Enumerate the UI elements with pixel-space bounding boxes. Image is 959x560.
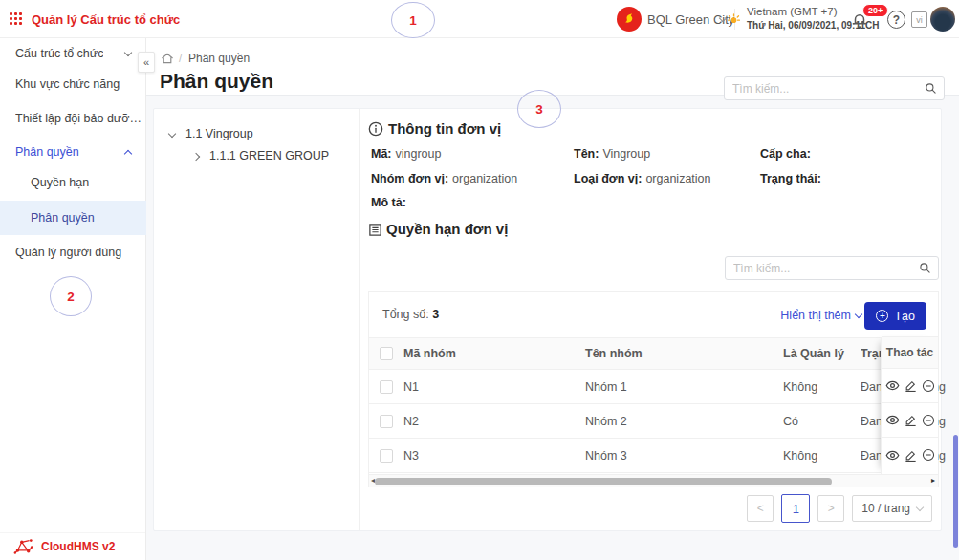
chevron-down-icon[interactable] xyxy=(124,49,132,56)
scrollbar-thumb[interactable] xyxy=(375,478,832,485)
sidebar-footer: CloudHMS v2 xyxy=(0,532,145,560)
table-row[interactable]: N1 Nhóm 1 Không Đang hoạt động xyxy=(369,370,938,404)
view-icon[interactable] xyxy=(885,413,900,427)
show-more-link[interactable]: Hiển thị thêm xyxy=(780,309,861,322)
table-row[interactable]: N3 Nhóm 3 Không Đang hoạt động xyxy=(369,439,938,473)
annotation-circle-2: 2 xyxy=(50,276,92,316)
unit-info-title: Thông tin đơn vị xyxy=(388,120,501,137)
field-nhom-don-vi: Nhóm đơn vị:organization xyxy=(371,169,517,186)
cell-code: N2 xyxy=(403,415,585,428)
field-mo-ta: Mô tả: xyxy=(371,193,410,210)
field-ma: Mã:vingroup xyxy=(371,144,441,162)
product-version-label: CloudHMS v2 xyxy=(41,540,115,553)
sidebar-item-quan-ly-nguoi-dung[interactable]: Quản lý người dùng xyxy=(15,246,121,259)
sidebar-item-khu-vuc-chuc-nang[interactable]: Khu vực chức năng xyxy=(15,77,120,91)
page-title: Phân quyền xyxy=(160,70,273,93)
tree-node-green-group[interactable]: 1.1.1 GREEN GROUP xyxy=(209,149,329,162)
permissions-search-input[interactable] xyxy=(726,262,919,275)
sidebar-item-phan-quyen-selected[interactable]: Phân quyền xyxy=(0,201,146,235)
column-ten-nhom: Tên nhóm xyxy=(585,347,783,360)
permissions-title: Quyền hạn đơn vị xyxy=(386,221,508,237)
info-circle-icon xyxy=(368,121,383,137)
row-actions xyxy=(882,403,938,438)
cell-name: Nhóm 1 xyxy=(585,380,783,394)
breadcrumb-current[interactable]: Phân quyền xyxy=(188,52,250,65)
remove-icon[interactable] xyxy=(922,448,935,462)
panel-divider xyxy=(359,109,360,530)
cell-is-manager: Không xyxy=(783,449,861,463)
permissions-search-box xyxy=(725,256,939,280)
fixed-action-column: Thao tác xyxy=(881,337,938,474)
cell-name: Nhóm 2 xyxy=(585,415,783,428)
sidebar-item-cau-truc-to-chuc[interactable]: Cấu trúc tổ chức xyxy=(15,47,103,60)
tree-node-vingroup[interactable]: 1.1 Vingroup xyxy=(185,127,253,140)
search-icon[interactable] xyxy=(919,262,931,274)
breadcrumb-separator: / xyxy=(179,53,182,64)
pagination: < 1 > 10 / trang xyxy=(368,494,932,523)
plus-circle-icon: + xyxy=(876,310,888,322)
app-grid-icon[interactable] xyxy=(10,12,23,26)
search-icon[interactable] xyxy=(925,82,937,95)
row-checkbox[interactable] xyxy=(380,415,393,428)
view-icon[interactable] xyxy=(885,378,900,393)
page-search-input[interactable] xyxy=(725,82,925,96)
row-checkbox[interactable] xyxy=(380,449,393,463)
row-checkbox[interactable] xyxy=(380,380,393,394)
field-ten: Tên:Vingroup xyxy=(574,144,650,162)
annotation-circle-1: 1 xyxy=(391,2,435,38)
app-title: Quản lý Cấu trúc tổ chức xyxy=(32,12,180,27)
cell-is-manager: Có xyxy=(783,415,861,428)
sidebar-item-thiet-lap-doi-bao-duong[interactable]: Thiết lập đội bảo dưỡng khu ... xyxy=(15,112,142,125)
vertical-scrollbar-thumb[interactable] xyxy=(953,435,958,548)
cell-code: N1 xyxy=(403,380,585,394)
user-avatar[interactable] xyxy=(930,7,955,32)
swan-logo-icon xyxy=(621,11,637,27)
application-window: Quản lý Cấu trúc tổ chức BQL Green City … xyxy=(0,0,959,560)
sidebar-item-phan-quyen-parent[interactable]: Phân quyền xyxy=(15,145,79,159)
home-icon[interactable] xyxy=(161,52,174,65)
sidebar-item-quyen-han[interactable]: Quyền hạn xyxy=(31,176,89,189)
cell-code: N3 xyxy=(403,449,585,463)
top-header-bar: Quản lý Cấu trúc tổ chức BQL Green City … xyxy=(0,0,959,38)
remove-icon[interactable] xyxy=(922,379,935,393)
chevron-down-icon xyxy=(916,503,924,510)
prev-page-button[interactable]: < xyxy=(747,495,774,522)
chevron-up-icon[interactable] xyxy=(124,150,132,158)
column-la-quan-ly: Là Quản lý xyxy=(783,347,861,360)
row-actions xyxy=(882,369,938,403)
sidebar-item-label: Phân quyền xyxy=(31,211,95,225)
select-all-checkbox[interactable] xyxy=(380,347,393,360)
table-row[interactable]: N2 Nhóm 2 Có Đang hoạt động xyxy=(369,404,938,439)
field-cap-cha: Cấp cha: xyxy=(760,144,815,162)
cell-name: Nhóm 3 xyxy=(585,449,783,463)
horizontal-scrollbar[interactable]: ◂ ▸ xyxy=(369,474,938,487)
column-thao-tac: Thao tác xyxy=(882,336,938,369)
annotation-circle-3: 3 xyxy=(517,90,561,128)
sun-weather-icon xyxy=(727,12,741,27)
edit-icon[interactable] xyxy=(905,414,917,426)
language-selector[interactable]: vi xyxy=(911,11,927,28)
cell-is-manager: Không xyxy=(783,380,861,394)
total-count: Tổng số: 3 xyxy=(382,308,439,321)
table-list-icon xyxy=(368,223,382,237)
remove-icon[interactable] xyxy=(922,414,935,427)
current-page-button[interactable]: 1 xyxy=(781,494,810,523)
cloudhms-logo-icon xyxy=(13,538,33,556)
sidebar-collapse-button[interactable]: « xyxy=(138,52,155,73)
edit-icon[interactable] xyxy=(905,449,917,462)
view-icon[interactable] xyxy=(885,448,900,463)
field-loai-don-vi: Loại đơn vị:organization xyxy=(574,169,711,186)
permissions-table: Tổng số: 3 Hiển thị thêm + Tạo Mã nhóm T… xyxy=(368,291,939,487)
timezone-label: Vietnam (GMT +7) xyxy=(747,6,837,17)
row-actions xyxy=(882,438,938,472)
table-header-row: Mã nhóm Tên nhóm Là Quản lý Trạng thái xyxy=(369,337,938,370)
help-icon[interactable]: ? xyxy=(887,11,905,29)
create-button[interactable]: + Tạo xyxy=(864,302,926,330)
chevron-down-icon xyxy=(855,310,862,317)
org-logo-icon xyxy=(617,7,642,32)
scroll-right-icon[interactable]: ▸ xyxy=(931,476,935,485)
edit-icon[interactable] xyxy=(905,379,917,392)
page-size-select[interactable]: 10 / trang xyxy=(852,495,932,522)
page-search-box xyxy=(724,76,945,100)
next-page-button[interactable]: > xyxy=(817,495,844,522)
